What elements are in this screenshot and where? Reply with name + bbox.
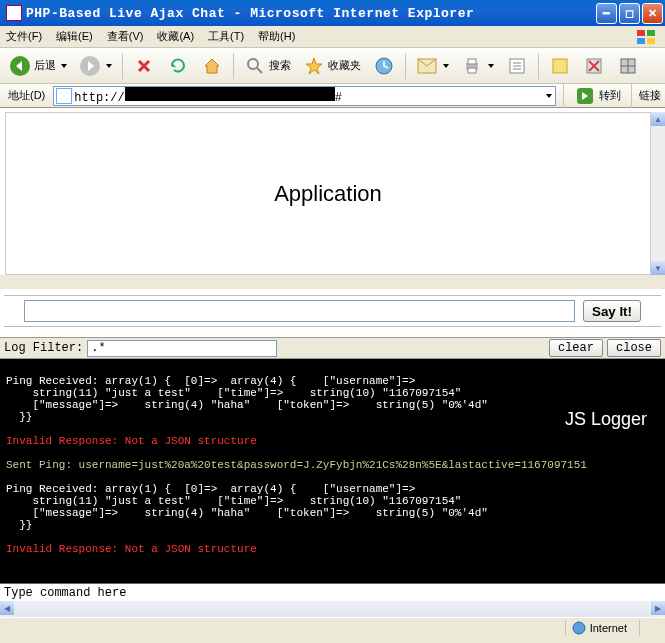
tool1-button[interactable] bbox=[578, 51, 610, 81]
say-it-button[interactable]: Say It! bbox=[583, 300, 641, 322]
home-button[interactable] bbox=[196, 51, 228, 81]
app-heading: Application bbox=[274, 181, 382, 207]
address-label: 地址(D) bbox=[4, 88, 49, 103]
menu-file[interactable]: 文件(F) bbox=[6, 29, 42, 44]
search-label: 搜索 bbox=[269, 58, 291, 73]
ie-page-icon bbox=[6, 5, 22, 21]
horizontal-scrollbar[interactable]: ◀ ▶ bbox=[0, 601, 665, 617]
svg-point-6 bbox=[248, 59, 258, 69]
menu-help[interactable]: 帮助(H) bbox=[258, 29, 295, 44]
svg-rect-12 bbox=[468, 68, 476, 73]
print-icon bbox=[461, 55, 483, 77]
forward-icon bbox=[79, 55, 101, 77]
chevron-down-icon[interactable] bbox=[546, 94, 552, 98]
favorites-label: 收藏夹 bbox=[328, 58, 361, 73]
resize-grip-icon[interactable] bbox=[639, 620, 659, 636]
back-button[interactable]: 后退 bbox=[4, 51, 72, 81]
logger-header: Log Filter: clear close bbox=[0, 337, 665, 359]
tool2-button[interactable] bbox=[612, 51, 644, 81]
maximize-button[interactable]: ◻ bbox=[619, 3, 640, 24]
svg-rect-2 bbox=[637, 38, 645, 44]
history-icon bbox=[373, 55, 395, 77]
grid-icon bbox=[617, 55, 639, 77]
print-button[interactable] bbox=[456, 51, 499, 81]
menu-tools[interactable]: 工具(T) bbox=[208, 29, 244, 44]
svg-rect-11 bbox=[468, 59, 476, 64]
note-icon bbox=[549, 55, 571, 77]
search-icon bbox=[244, 55, 266, 77]
menu-favorites[interactable]: 收藏(A) bbox=[157, 29, 194, 44]
star-icon bbox=[303, 55, 325, 77]
window-title: PHP-Based Live Ajax Chat - Microsoft Int… bbox=[26, 6, 596, 21]
command-input[interactable] bbox=[0, 583, 665, 601]
chat-input[interactable] bbox=[24, 300, 575, 322]
scroll-up-icon[interactable]: ▲ bbox=[651, 112, 665, 126]
shield-icon bbox=[583, 55, 605, 77]
address-field[interactable]: http://# bbox=[53, 86, 556, 106]
logger-panel: Log Filter: clear close Ping Received: a… bbox=[0, 337, 665, 601]
chevron-down-icon bbox=[61, 64, 67, 68]
search-button[interactable]: 搜索 bbox=[239, 51, 296, 81]
close-logger-button[interactable]: close bbox=[607, 339, 661, 357]
vertical-scrollbar[interactable]: ▲ ▼ bbox=[651, 112, 665, 275]
scroll-down-icon[interactable]: ▼ bbox=[651, 261, 665, 275]
log-filter-label: Log Filter: bbox=[4, 341, 83, 355]
menu-edit[interactable]: 编辑(E) bbox=[56, 29, 93, 44]
address-text: http://# bbox=[74, 87, 342, 105]
menu-view[interactable]: 查看(V) bbox=[107, 29, 144, 44]
mail-button[interactable] bbox=[411, 51, 454, 81]
globe-icon bbox=[572, 621, 586, 635]
chat-input-row: Say It! bbox=[4, 295, 661, 327]
address-bar: 地址(D) http://# 转到 链接 bbox=[0, 84, 665, 108]
console-output: Ping Received: array(1) { [0]=> array(4)… bbox=[0, 359, 665, 583]
status-zone: Internet bbox=[565, 620, 633, 636]
refresh-icon bbox=[167, 55, 189, 77]
menubar: 文件(F) 编辑(E) 查看(V) 收藏(A) 工具(T) 帮助(H) bbox=[0, 26, 665, 48]
links-label[interactable]: 链接 bbox=[639, 88, 661, 103]
page-icon bbox=[56, 88, 72, 104]
scroll-left-icon[interactable]: ◀ bbox=[0, 601, 14, 615]
toolbar: 后退 搜索 收藏夹 bbox=[0, 48, 665, 84]
chevron-down-icon bbox=[106, 64, 112, 68]
home-icon bbox=[201, 55, 223, 77]
back-label: 后退 bbox=[34, 58, 56, 73]
status-bar: Internet bbox=[0, 617, 665, 637]
windows-flag-icon bbox=[635, 28, 659, 46]
edit-button[interactable] bbox=[501, 51, 533, 81]
chevron-down-icon bbox=[488, 64, 494, 68]
content-area: Application ▲ ▼ Say It! Log Filter: clea… bbox=[0, 108, 665, 617]
stop-icon bbox=[133, 55, 155, 77]
go-label: 转到 bbox=[599, 88, 621, 103]
refresh-button[interactable] bbox=[162, 51, 194, 81]
svg-rect-3 bbox=[647, 38, 655, 44]
titlebar: PHP-Based Live Ajax Chat - Microsoft Int… bbox=[0, 0, 665, 26]
svg-rect-0 bbox=[637, 30, 645, 36]
scroll-right-icon[interactable]: ▶ bbox=[651, 601, 665, 615]
favorites-button[interactable]: 收藏夹 bbox=[298, 51, 366, 81]
chevron-down-icon bbox=[443, 64, 449, 68]
forward-button[interactable] bbox=[74, 51, 117, 81]
clear-button[interactable]: clear bbox=[549, 339, 603, 357]
svg-line-7 bbox=[257, 68, 262, 73]
stop-button[interactable] bbox=[128, 51, 160, 81]
svg-rect-1 bbox=[647, 30, 655, 36]
minimize-button[interactable]: ━ bbox=[596, 3, 617, 24]
log-filter-input[interactable] bbox=[87, 340, 277, 357]
history-button[interactable] bbox=[368, 51, 400, 81]
back-icon bbox=[9, 55, 31, 77]
discuss-button[interactable] bbox=[544, 51, 576, 81]
chat-display: Application ▲ ▼ bbox=[0, 108, 665, 289]
mail-icon bbox=[416, 55, 438, 77]
logger-brand: JS Logger bbox=[565, 409, 647, 430]
close-window-button[interactable]: ✕ bbox=[642, 3, 663, 24]
go-icon bbox=[574, 85, 596, 107]
go-button[interactable]: 转到 bbox=[571, 85, 624, 107]
svg-rect-17 bbox=[553, 59, 567, 73]
svg-point-23 bbox=[573, 622, 585, 634]
edit-icon bbox=[506, 55, 528, 77]
